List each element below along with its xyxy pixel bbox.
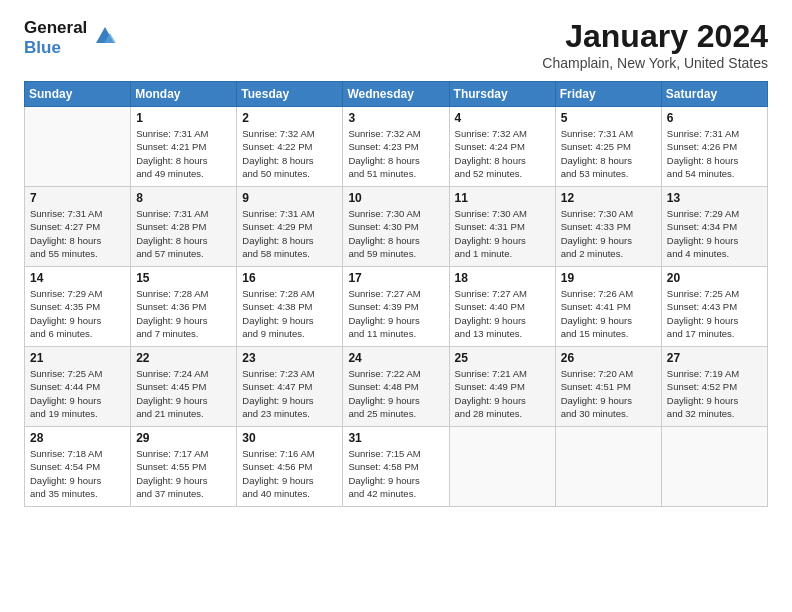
day-info: Sunrise: 7:28 AM Sunset: 4:38 PM Dayligh… [242, 287, 337, 340]
calendar-cell: 3Sunrise: 7:32 AM Sunset: 4:23 PM Daylig… [343, 107, 449, 187]
location-subtitle: Champlain, New York, United States [542, 55, 768, 71]
day-number: 5 [561, 111, 656, 125]
day-info: Sunrise: 7:31 AM Sunset: 4:28 PM Dayligh… [136, 207, 231, 260]
day-info: Sunrise: 7:30 AM Sunset: 4:31 PM Dayligh… [455, 207, 550, 260]
calendar-cell: 31Sunrise: 7:15 AM Sunset: 4:58 PM Dayli… [343, 427, 449, 507]
calendar-cell: 2Sunrise: 7:32 AM Sunset: 4:22 PM Daylig… [237, 107, 343, 187]
day-info: Sunrise: 7:21 AM Sunset: 4:49 PM Dayligh… [455, 367, 550, 420]
weekday-header-tuesday: Tuesday [237, 82, 343, 107]
logo-general: General [24, 18, 87, 37]
calendar-week-row: 14Sunrise: 7:29 AM Sunset: 4:35 PM Dayli… [25, 267, 768, 347]
day-number: 7 [30, 191, 125, 205]
calendar-cell: 8Sunrise: 7:31 AM Sunset: 4:28 PM Daylig… [131, 187, 237, 267]
logo: General Blue [24, 18, 120, 57]
calendar-cell: 6Sunrise: 7:31 AM Sunset: 4:26 PM Daylig… [661, 107, 767, 187]
day-number: 25 [455, 351, 550, 365]
day-info: Sunrise: 7:32 AM Sunset: 4:23 PM Dayligh… [348, 127, 443, 180]
day-number: 24 [348, 351, 443, 365]
day-number: 21 [30, 351, 125, 365]
calendar-cell: 14Sunrise: 7:29 AM Sunset: 4:35 PM Dayli… [25, 267, 131, 347]
weekday-header-row: SundayMondayTuesdayWednesdayThursdayFrid… [25, 82, 768, 107]
day-info: Sunrise: 7:19 AM Sunset: 4:52 PM Dayligh… [667, 367, 762, 420]
day-info: Sunrise: 7:25 AM Sunset: 4:44 PM Dayligh… [30, 367, 125, 420]
day-number: 28 [30, 431, 125, 445]
day-info: Sunrise: 7:32 AM Sunset: 4:22 PM Dayligh… [242, 127, 337, 180]
day-info: Sunrise: 7:24 AM Sunset: 4:45 PM Dayligh… [136, 367, 231, 420]
day-info: Sunrise: 7:31 AM Sunset: 4:26 PM Dayligh… [667, 127, 762, 180]
day-info: Sunrise: 7:31 AM Sunset: 4:29 PM Dayligh… [242, 207, 337, 260]
logo-blue: Blue [24, 38, 61, 57]
weekday-header-wednesday: Wednesday [343, 82, 449, 107]
calendar-cell: 25Sunrise: 7:21 AM Sunset: 4:49 PM Dayli… [449, 347, 555, 427]
calendar-cell: 12Sunrise: 7:30 AM Sunset: 4:33 PM Dayli… [555, 187, 661, 267]
day-info: Sunrise: 7:31 AM Sunset: 4:27 PM Dayligh… [30, 207, 125, 260]
day-number: 18 [455, 271, 550, 285]
calendar-cell: 7Sunrise: 7:31 AM Sunset: 4:27 PM Daylig… [25, 187, 131, 267]
day-number: 31 [348, 431, 443, 445]
day-info: Sunrise: 7:18 AM Sunset: 4:54 PM Dayligh… [30, 447, 125, 500]
calendar-cell: 17Sunrise: 7:27 AM Sunset: 4:39 PM Dayli… [343, 267, 449, 347]
day-number: 19 [561, 271, 656, 285]
calendar-cell: 10Sunrise: 7:30 AM Sunset: 4:30 PM Dayli… [343, 187, 449, 267]
day-number: 30 [242, 431, 337, 445]
day-number: 4 [455, 111, 550, 125]
calendar-week-row: 21Sunrise: 7:25 AM Sunset: 4:44 PM Dayli… [25, 347, 768, 427]
calendar-cell: 24Sunrise: 7:22 AM Sunset: 4:48 PM Dayli… [343, 347, 449, 427]
calendar-cell: 11Sunrise: 7:30 AM Sunset: 4:31 PM Dayli… [449, 187, 555, 267]
weekday-header-saturday: Saturday [661, 82, 767, 107]
calendar-cell: 26Sunrise: 7:20 AM Sunset: 4:51 PM Dayli… [555, 347, 661, 427]
calendar-cell: 21Sunrise: 7:25 AM Sunset: 4:44 PM Dayli… [25, 347, 131, 427]
day-info: Sunrise: 7:17 AM Sunset: 4:55 PM Dayligh… [136, 447, 231, 500]
day-info: Sunrise: 7:23 AM Sunset: 4:47 PM Dayligh… [242, 367, 337, 420]
calendar-cell: 22Sunrise: 7:24 AM Sunset: 4:45 PM Dayli… [131, 347, 237, 427]
day-number: 16 [242, 271, 337, 285]
calendar-cell: 29Sunrise: 7:17 AM Sunset: 4:55 PM Dayli… [131, 427, 237, 507]
day-number: 10 [348, 191, 443, 205]
calendar-cell [661, 427, 767, 507]
calendar-table: SundayMondayTuesdayWednesdayThursdayFrid… [24, 81, 768, 507]
calendar-cell [555, 427, 661, 507]
day-number: 9 [242, 191, 337, 205]
day-number: 12 [561, 191, 656, 205]
calendar-cell: 20Sunrise: 7:25 AM Sunset: 4:43 PM Dayli… [661, 267, 767, 347]
calendar-cell [449, 427, 555, 507]
day-info: Sunrise: 7:27 AM Sunset: 4:39 PM Dayligh… [348, 287, 443, 340]
day-info: Sunrise: 7:22 AM Sunset: 4:48 PM Dayligh… [348, 367, 443, 420]
day-number: 3 [348, 111, 443, 125]
day-info: Sunrise: 7:16 AM Sunset: 4:56 PM Dayligh… [242, 447, 337, 500]
day-number: 27 [667, 351, 762, 365]
month-year-title: January 2024 [542, 18, 768, 55]
day-number: 26 [561, 351, 656, 365]
header: General Blue January 2024 Champlain, New… [24, 18, 768, 71]
calendar-cell: 13Sunrise: 7:29 AM Sunset: 4:34 PM Dayli… [661, 187, 767, 267]
day-number: 2 [242, 111, 337, 125]
day-number: 23 [242, 351, 337, 365]
day-info: Sunrise: 7:27 AM Sunset: 4:40 PM Dayligh… [455, 287, 550, 340]
day-number: 11 [455, 191, 550, 205]
calendar-week-row: 28Sunrise: 7:18 AM Sunset: 4:54 PM Dayli… [25, 427, 768, 507]
day-number: 8 [136, 191, 231, 205]
day-number: 1 [136, 111, 231, 125]
day-info: Sunrise: 7:31 AM Sunset: 4:25 PM Dayligh… [561, 127, 656, 180]
weekday-header-monday: Monday [131, 82, 237, 107]
day-number: 15 [136, 271, 231, 285]
calendar-cell: 1Sunrise: 7:31 AM Sunset: 4:21 PM Daylig… [131, 107, 237, 187]
calendar-cell: 30Sunrise: 7:16 AM Sunset: 4:56 PM Dayli… [237, 427, 343, 507]
calendar-cell [25, 107, 131, 187]
calendar-cell: 5Sunrise: 7:31 AM Sunset: 4:25 PM Daylig… [555, 107, 661, 187]
calendar-cell: 23Sunrise: 7:23 AM Sunset: 4:47 PM Dayli… [237, 347, 343, 427]
weekday-header-thursday: Thursday [449, 82, 555, 107]
calendar-cell: 18Sunrise: 7:27 AM Sunset: 4:40 PM Dayli… [449, 267, 555, 347]
calendar-cell: 19Sunrise: 7:26 AM Sunset: 4:41 PM Dayli… [555, 267, 661, 347]
logo-icon [90, 21, 120, 51]
day-info: Sunrise: 7:20 AM Sunset: 4:51 PM Dayligh… [561, 367, 656, 420]
calendar-cell: 4Sunrise: 7:32 AM Sunset: 4:24 PM Daylig… [449, 107, 555, 187]
day-number: 6 [667, 111, 762, 125]
day-info: Sunrise: 7:31 AM Sunset: 4:21 PM Dayligh… [136, 127, 231, 180]
day-number: 20 [667, 271, 762, 285]
day-info: Sunrise: 7:28 AM Sunset: 4:36 PM Dayligh… [136, 287, 231, 340]
day-number: 14 [30, 271, 125, 285]
day-info: Sunrise: 7:15 AM Sunset: 4:58 PM Dayligh… [348, 447, 443, 500]
day-number: 22 [136, 351, 231, 365]
day-info: Sunrise: 7:25 AM Sunset: 4:43 PM Dayligh… [667, 287, 762, 340]
